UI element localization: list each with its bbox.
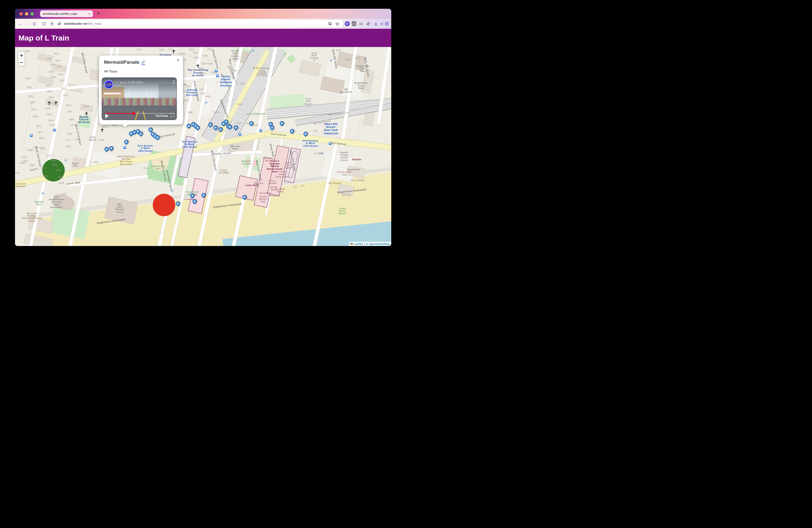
extensions-puzzle-icon[interactable] xyxy=(366,21,371,27)
youtube-video-embed[interactable]: LIVE WALKING NYC best of MERMAI... YouTu… xyxy=(102,77,177,120)
channel-logo: LIVE WALKING NYC xyxy=(104,80,113,89)
map-marker[interactable] xyxy=(233,124,239,131)
forward-icon[interactable]: → xyxy=(25,22,29,26)
map-marker[interactable] xyxy=(189,192,195,199)
fence-extension-icon[interactable] xyxy=(358,21,364,27)
tab-bar: danielbeadle.net/ltbb_map/ × + xyxy=(15,9,391,19)
map-marker[interactable] xyxy=(123,139,129,145)
new-tab-button[interactable]: + xyxy=(97,11,100,16)
browser-tab[interactable]: danielbeadle.net/ltbb_map/ × xyxy=(40,10,93,17)
address-bar[interactable]: danielbeadle.net/ltbb_map/ xyxy=(39,20,343,28)
browser-window: danielbeadle.net/ltbb_map/ × + ← → danie… xyxy=(15,9,391,246)
permissions-icon[interactable] xyxy=(57,21,62,27)
back-icon[interactable]: ← xyxy=(17,22,23,26)
link-icon[interactable] xyxy=(141,60,145,65)
url-path: /ltbb_map/ xyxy=(87,22,102,26)
video-menu-kebab-icon[interactable] xyxy=(174,80,174,84)
reload-icon[interactable] xyxy=(31,21,37,27)
bookmark-star-icon[interactable] xyxy=(335,21,340,27)
overflow-chevrons-icon[interactable]: » xyxy=(381,21,383,26)
menu-hamburger-icon[interactable] xyxy=(385,22,389,25)
map-marker[interactable] xyxy=(201,192,206,198)
map-marker[interactable] xyxy=(207,121,213,128)
map-marker[interactable] xyxy=(242,194,247,200)
video-parade-crowd xyxy=(102,98,176,106)
video-progress-track[interactable] xyxy=(105,113,174,114)
map-marker[interactable] xyxy=(248,120,254,126)
video-progress-played xyxy=(105,113,134,114)
popup-title: MermaidParade xyxy=(104,59,145,65)
map-marker[interactable] xyxy=(108,146,114,151)
video-play-button[interactable] xyxy=(105,114,109,118)
map-canvas[interactable]: West 23rd StreetWest 22nd StreetWest 20t… xyxy=(15,47,391,246)
leaflet-link[interactable]: Leaflet xyxy=(354,243,363,246)
video-scrubber-dot[interactable] xyxy=(132,112,135,115)
map-popup: × MermaidParade AP Touro xyxy=(99,56,183,124)
lock-icon[interactable] xyxy=(49,21,55,27)
video-title-overlay[interactable]: best of MERMAI... xyxy=(116,81,146,85)
fullscreen-icon[interactable] xyxy=(171,113,174,118)
map-attribution: Leaflet | © OpenStreetMap xyxy=(349,242,391,246)
mermaid-emoji-icon xyxy=(116,81,119,85)
tab-title: danielbeadle.net/ltbb_map/ xyxy=(43,12,86,15)
url-host: danielbeadle.net xyxy=(64,22,87,26)
osm-link[interactable]: © OpenStreetMap xyxy=(366,243,390,246)
shield-icon[interactable] xyxy=(42,21,47,27)
url-text: danielbeadle.net/ltbb_map/ xyxy=(64,22,102,26)
minimize-window-button[interactable] xyxy=(25,12,28,15)
navigation-toolbar: ← → danielbeadle.net/ltbb_map/ D xyxy=(15,19,391,29)
window-controls xyxy=(19,12,34,15)
popup-subtitle: AP Touro xyxy=(104,70,117,73)
map-marker[interactable] xyxy=(175,201,181,206)
profile-avatar[interactable]: D xyxy=(345,21,350,26)
page-title: Map of L Train xyxy=(18,34,69,42)
map-marker[interactable] xyxy=(191,198,198,204)
map-marker[interactable] xyxy=(213,125,218,131)
map-marker[interactable] xyxy=(303,131,308,137)
ukraine-flag-icon xyxy=(350,243,353,245)
map-marker[interactable] xyxy=(279,120,285,126)
map-marker[interactable] xyxy=(218,126,223,132)
leaflet-zoom-control: + − xyxy=(18,51,25,66)
downloads-icon[interactable] xyxy=(373,21,379,27)
screenshot-icon[interactable] xyxy=(327,21,333,27)
zoom-out-button[interactable]: − xyxy=(18,59,25,66)
popup-close-icon[interactable]: × xyxy=(176,58,180,62)
zoom-in-button[interactable]: + xyxy=(18,52,25,59)
map-marker[interactable] xyxy=(103,146,110,152)
page-header: Map of L Train xyxy=(15,29,391,47)
zoom-window-button[interactable] xyxy=(30,12,34,15)
map-marker-layer xyxy=(15,47,391,246)
close-window-button[interactable] xyxy=(19,12,23,15)
ublock-extension-icon[interactable]: uO xyxy=(352,21,356,26)
youtube-wordmark[interactable]: YouTube xyxy=(155,114,168,118)
tab-close-icon[interactable]: × xyxy=(86,12,90,16)
map-marker[interactable] xyxy=(289,128,295,134)
